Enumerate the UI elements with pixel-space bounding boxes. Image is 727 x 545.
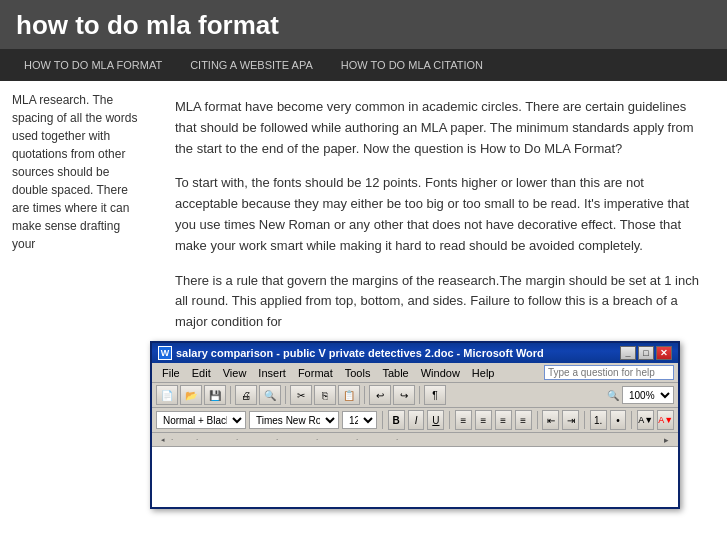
menu-window[interactable]: Window (415, 366, 466, 380)
ruler-mark-neg2: · (171, 435, 173, 444)
toolbar-preview[interactable]: 🔍 (259, 385, 281, 405)
toolbar-font-color[interactable]: A▼ (657, 410, 674, 430)
menu-view[interactable]: View (217, 366, 253, 380)
toolbar-bold[interactable]: B (388, 410, 405, 430)
nav-bar: HOW TO DO MLA FORMAT CITING A WEBSITE AP… (0, 49, 727, 81)
ruler-mark-5: · (396, 435, 398, 444)
nav-item-mla-citation[interactable]: HOW TO DO MLA CITATION (327, 49, 497, 81)
font-select[interactable]: Times New Roman (249, 411, 339, 429)
toolbar-paste[interactable]: 📋 (338, 385, 360, 405)
menu-table[interactable]: Table (376, 366, 414, 380)
toolbar-pilcrow[interactable]: ¶ (424, 385, 446, 405)
ruler-mark-neg1: · (196, 435, 198, 444)
main-para-3: There is a rule that govern the margins … (175, 271, 707, 333)
ruler-scrollbar: ▸ (664, 435, 669, 445)
toolbar-numbering[interactable]: 1. (590, 410, 607, 430)
toolbar-justify[interactable]: ≡ (515, 410, 532, 430)
toolbar-sep2 (285, 386, 286, 404)
toolbar-sep3 (364, 386, 365, 404)
fmt-sep5 (631, 411, 632, 429)
maximize-button[interactable]: □ (638, 346, 654, 360)
fmt-sep4 (584, 411, 585, 429)
toolbar-save[interactable]: 💾 (204, 385, 226, 405)
nav-item-mla-format[interactable]: HOW TO DO MLA FORMAT (10, 49, 176, 81)
word-body[interactable] (152, 447, 678, 507)
word-help-input[interactable] (544, 365, 674, 380)
toolbar-print[interactable]: 🖨 (235, 385, 257, 405)
close-button[interactable]: ✕ (656, 346, 672, 360)
ruler-left-margin: ◂ (161, 436, 165, 444)
ruler-mark-3: · (316, 435, 318, 444)
size-select[interactable]: 12 (342, 411, 377, 429)
style-select[interactable]: Normal + Black (156, 411, 246, 429)
toolbar-align-right[interactable]: ≡ (495, 410, 512, 430)
word-app-icon: W (158, 346, 172, 360)
menu-edit[interactable]: Edit (186, 366, 217, 380)
word-title-bar: W salary comparison - public V private d… (152, 343, 678, 363)
menu-format[interactable]: Format (292, 366, 339, 380)
toolbar-indent-less[interactable]: ⇤ (542, 410, 559, 430)
ruler-mark-1: · (236, 435, 238, 444)
toolbar-underline[interactable]: U (427, 410, 444, 430)
site-header: how to do mla format (0, 0, 727, 49)
left-sidebar: MLA research. The spacing of all the wor… (0, 81, 155, 541)
toolbar-highlight[interactable]: A▼ (637, 410, 654, 430)
zoom-area: 🔍 100% (607, 386, 674, 404)
nav-item-citing-website[interactable]: CITING A WEBSITE APA (176, 49, 327, 81)
toolbar-cut[interactable]: ✂ (290, 385, 312, 405)
word-window-controls: _ □ ✕ (620, 346, 672, 360)
toolbar-open[interactable]: 📂 (180, 385, 202, 405)
zoom-label: 🔍 (607, 390, 619, 401)
toolbar-indent-more[interactable]: ⇥ (562, 410, 579, 430)
word-ruler: ◂ · · · · · · · ▸ (152, 433, 678, 447)
toolbar-redo[interactable]: ↪ (393, 385, 415, 405)
fmt-sep1 (382, 411, 383, 429)
main-para-1: MLA format have become very common in ac… (175, 97, 707, 159)
menu-insert[interactable]: Insert (252, 366, 292, 380)
main-para-2: To start with, the fonts should be 12 po… (175, 173, 707, 256)
menu-help[interactable]: Help (466, 366, 501, 380)
toolbar-align-center[interactable]: ≡ (475, 410, 492, 430)
minimize-button[interactable]: _ (620, 346, 636, 360)
site-title: how to do mla format (16, 10, 711, 41)
ruler-mark-4: · (356, 435, 358, 444)
word-menu-bar: File Edit View Insert Format Tools Table… (152, 363, 678, 383)
menu-file[interactable]: File (156, 366, 186, 380)
toolbar-sep4 (419, 386, 420, 404)
zoom-select[interactable]: 100% (622, 386, 674, 404)
toolbar-new[interactable]: 📄 (156, 385, 178, 405)
toolbar-undo[interactable]: ↩ (369, 385, 391, 405)
word-title-text: salary comparison - public V private det… (176, 347, 544, 359)
toolbar-bullets[interactable]: • (610, 410, 627, 430)
word-title-left: W salary comparison - public V private d… (158, 346, 544, 360)
toolbar-italic[interactable]: I (408, 410, 425, 430)
sidebar-text: MLA research. The spacing of all the wor… (12, 91, 143, 253)
toolbar-copy[interactable]: ⎘ (314, 385, 336, 405)
toolbar-sep1 (230, 386, 231, 404)
word-toolbar2: Normal + Black Times New Roman 12 B I U … (152, 408, 678, 433)
fmt-sep3 (537, 411, 538, 429)
fmt-sep2 (449, 411, 450, 429)
ruler-mark-2: · (276, 435, 278, 444)
main-layout: MLA research. The spacing of all the wor… (0, 81, 727, 541)
word-window: W salary comparison - public V private d… (150, 341, 680, 509)
toolbar-align-left[interactable]: ≡ (455, 410, 472, 430)
word-toolbar1: 📄 📂 💾 🖨 🔍 ✂ ⎘ 📋 ↩ ↪ ¶ 🔍 100% (152, 383, 678, 408)
menu-tools[interactable]: Tools (339, 366, 377, 380)
